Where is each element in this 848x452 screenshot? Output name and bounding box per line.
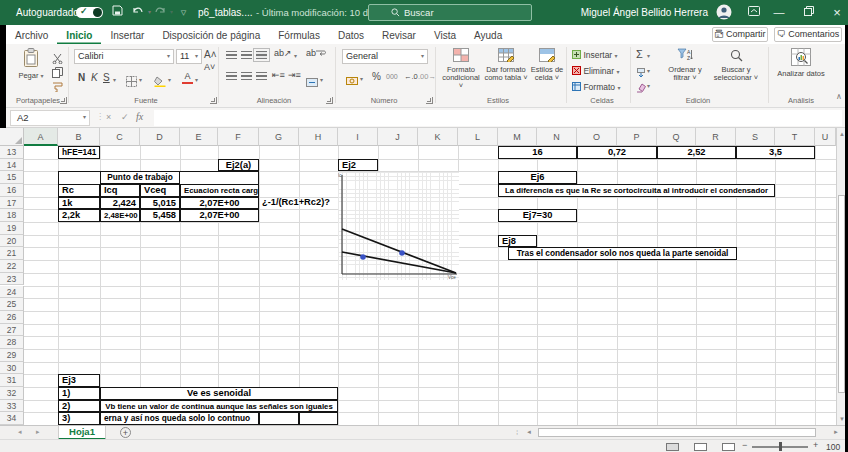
- search-box[interactable]: Buscar: [368, 4, 532, 21]
- fill-color-icon[interactable]: [154, 73, 166, 91]
- column-header-P[interactable]: P: [617, 128, 657, 146]
- decrease-font-icon[interactable]: A˅: [204, 62, 215, 72]
- grid-cell-M18[interactable]: Ej7=30: [498, 209, 577, 222]
- grid-cell-B18[interactable]: 2,2k: [58, 209, 100, 222]
- ribbon-display-options-icon[interactable]: [742, 0, 766, 25]
- select-all-corner[interactable]: [0, 128, 24, 146]
- format-painter-icon[interactable]: [52, 78, 63, 96]
- grid-cell-M16[interactable]: La diferencia es que la Re se cortocircu…: [498, 184, 775, 197]
- fill-color-chevron-icon[interactable]: ▾: [168, 76, 171, 83]
- increase-font-icon[interactable]: A˄: [204, 49, 217, 60]
- tab-ayuda[interactable]: Ayuda: [465, 26, 511, 45]
- merge-center-icon[interactable]: [306, 73, 318, 91]
- row-header-26[interactable]: 26: [0, 311, 24, 324]
- column-header-D[interactable]: D: [140, 128, 180, 146]
- number-format-select[interactable]: General▾: [342, 49, 428, 64]
- tab-vista[interactable]: Vista: [425, 26, 465, 45]
- increase-indent-icon[interactable]: ⇥≡: [288, 70, 301, 80]
- orientation-chevron-icon[interactable]: ▾: [294, 52, 297, 59]
- tab-inicio[interactable]: Inicio: [57, 26, 101, 45]
- clipboard-dialog-launcher-icon[interactable]: [60, 97, 67, 104]
- borders-icon[interactable]: [126, 73, 137, 91]
- tab-insertar[interactable]: Insertar: [101, 26, 153, 45]
- save-icon[interactable]: [110, 5, 125, 20]
- load-line-figure[interactable]: Ic Vce: [338, 172, 459, 280]
- grid-cell-Q13[interactable]: 2,52: [657, 146, 736, 159]
- tab-revisar[interactable]: Revisar: [373, 26, 425, 45]
- restore-button[interactable]: [796, 0, 822, 25]
- page-break-view-icon[interactable]: [722, 443, 735, 451]
- row-header-31[interactable]: 31: [0, 374, 24, 387]
- orientation-icon[interactable]: ab↗: [274, 48, 292, 58]
- row-header-20[interactable]: 20: [0, 235, 24, 248]
- grid-cell-N21[interactable]: Tras el condensador solo nos queda la pa…: [508, 247, 737, 260]
- conditional-formatting-button[interactable]: Formato condicional ˅: [440, 48, 482, 90]
- row-header-24[interactable]: 24: [0, 286, 24, 299]
- autosum-icon[interactable]: Σ: [636, 48, 643, 60]
- number-dialog-launcher-icon[interactable]: [426, 97, 433, 104]
- borders-chevron-icon[interactable]: ▾: [139, 76, 142, 83]
- column-header-U[interactable]: U: [815, 128, 836, 146]
- scrollbar-splitter[interactable]: ⁞: [516, 428, 518, 437]
- row-header-34[interactable]: 34: [0, 412, 24, 425]
- column-header-H[interactable]: H: [299, 128, 338, 146]
- comma-style-icon[interactable]: 000: [386, 73, 398, 80]
- font-color-icon[interactable]: A: [182, 71, 193, 84]
- paste-button[interactable]: Pegar ▾: [14, 48, 48, 92]
- quick-access-menu-icon[interactable]: ▿: [176, 5, 191, 20]
- tab-datos[interactable]: Datos: [329, 26, 373, 45]
- grid-cell-O13[interactable]: 0,72: [577, 146, 657, 159]
- formula-input[interactable]: [154, 110, 842, 126]
- accounting-chevron-icon[interactable]: ▾: [360, 75, 363, 82]
- underline-button[interactable]: S: [103, 72, 110, 83]
- align-center-icon[interactable]: [241, 72, 252, 80]
- grid-cell-E17[interactable]: 2,07E+00: [180, 197, 259, 210]
- grid-cell-B34[interactable]: 3): [58, 412, 100, 425]
- clear-chevron-icon[interactable]: ▾: [647, 82, 650, 89]
- grid-cell-B16[interactable]: Rc: [58, 184, 100, 197]
- clear-icon[interactable]: [636, 79, 646, 97]
- align-right-icon[interactable]: [256, 72, 267, 80]
- grid-cell-C18[interactable]: 2,48E+00: [100, 209, 140, 222]
- column-header-Q[interactable]: Q: [657, 128, 696, 146]
- find-select-button[interactable]: Buscar y seleccionar ˅: [710, 48, 762, 82]
- row-header-25[interactable]: 25: [0, 298, 24, 311]
- grid-cell-C33[interactable]: Vb tiene un valor de continua aunque las…: [100, 400, 338, 413]
- grid-cell-I14[interactable]: Ej2: [338, 159, 378, 172]
- enter-formula-icon[interactable]: ✓: [121, 112, 129, 122]
- zoom-in-icon[interactable]: +: [813, 440, 818, 450]
- hscroll-left-icon[interactable]: ◄: [526, 429, 532, 435]
- sheet-tab-hoja1[interactable]: Hoja1: [58, 426, 106, 440]
- grid-cell-C32[interactable]: Ve es senoidal: [100, 387, 338, 400]
- grid-cell-G17[interactable]: ¿-1/(Rc1+Rc2)?: [259, 197, 333, 210]
- row-header-30[interactable]: 30: [0, 362, 24, 375]
- align-top-icon[interactable]: [226, 51, 237, 59]
- comments-button[interactable]: 🗨 Comentarios: [774, 27, 842, 42]
- decrease-decimal-icon[interactable]: .00→: [418, 72, 436, 81]
- grid-cell-B13[interactable]: hFE=141: [58, 146, 100, 159]
- underline-chevron-icon[interactable]: ▾: [113, 76, 116, 83]
- grid-cell-B32[interactable]: 1): [58, 387, 100, 400]
- sheet-nav-left-icon[interactable]: ◂: [18, 428, 22, 436]
- align-left-icon[interactable]: [226, 72, 237, 80]
- column-header-O[interactable]: O: [577, 128, 617, 146]
- collapse-ribbon-icon[interactable]: ∧: [836, 92, 842, 101]
- row-header-15[interactable]: 15: [0, 171, 24, 184]
- grid-cell-C15[interactable]: Punto de trabajo: [100, 171, 180, 184]
- column-header-I[interactable]: I: [338, 128, 378, 146]
- column-header-G[interactable]: G: [259, 128, 299, 146]
- grid-cell-C16[interactable]: Icq: [100, 184, 140, 197]
- grid-cell-M15[interactable]: Ej6: [498, 171, 577, 184]
- avatar[interactable]: [716, 4, 732, 24]
- increase-decimal-icon[interactable]: ←.0: [404, 72, 418, 81]
- font-dialog-launcher-icon[interactable]: [210, 97, 217, 104]
- merge-chevron-icon[interactable]: ▾: [320, 76, 323, 83]
- normal-view-icon[interactable]: [666, 443, 679, 451]
- row-header-32[interactable]: 32: [0, 387, 24, 400]
- grid-cell-B17[interactable]: 1k: [58, 197, 100, 210]
- tab-disposicion[interactable]: Disposición de página: [153, 26, 269, 45]
- tab-formulas[interactable]: Fórmulas: [269, 26, 329, 45]
- column-header-K[interactable]: K: [418, 128, 458, 146]
- grid-cell-M13[interactable]: 16: [498, 146, 577, 159]
- grid-cell-D17[interactable]: 5,015: [140, 197, 180, 210]
